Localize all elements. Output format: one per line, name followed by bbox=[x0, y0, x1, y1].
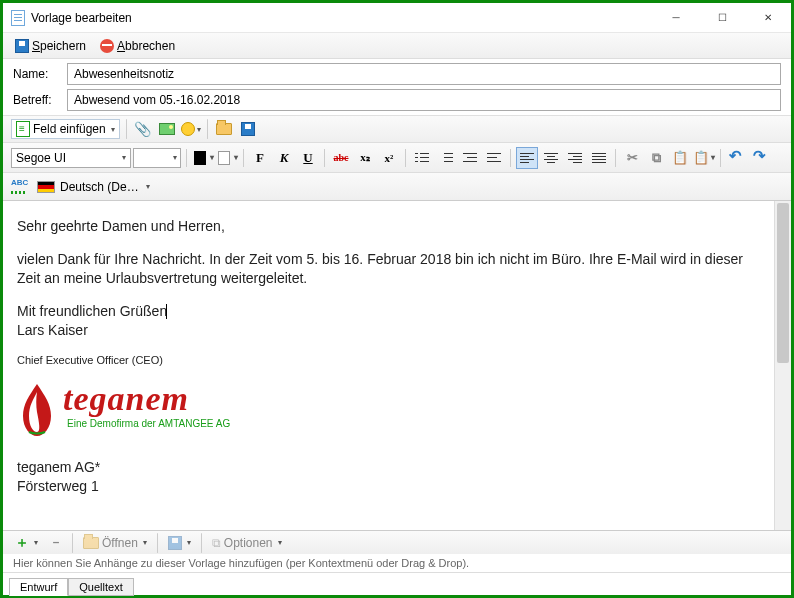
language-select[interactable]: Deutsch (De… ▾ bbox=[33, 178, 154, 196]
open-attachment-button[interactable]: Öffnen▾ bbox=[79, 534, 151, 552]
spellcheck-icon[interactable] bbox=[11, 180, 27, 194]
titlebar: Vorlage bearbeiten ─ ☐ ✕ bbox=[3, 3, 791, 33]
copy-button[interactable]: ⧉ bbox=[645, 147, 667, 169]
align-left-button[interactable] bbox=[516, 147, 538, 169]
cut-button[interactable]: ✂ bbox=[621, 147, 643, 169]
format-toolbar: Segoe UI▾ ▾ ▾ ▾ F K U abc x₂ x² bbox=[3, 143, 791, 173]
logo-mark-icon bbox=[17, 382, 57, 438]
add-attachment-button[interactable]: ＋▾ bbox=[11, 532, 42, 554]
align-right-button[interactable] bbox=[564, 147, 586, 169]
view-tabs: Entwurf Quelltext bbox=[3, 573, 791, 595]
disk-save-icon[interactable] bbox=[238, 119, 258, 139]
closing-line: Mit freundlichen Grüßen bbox=[17, 302, 760, 321]
redo-button[interactable] bbox=[750, 147, 772, 169]
minimize-button[interactable]: ─ bbox=[653, 3, 699, 33]
maximize-button[interactable]: ☐ bbox=[699, 3, 745, 33]
paste-special-button[interactable]: 📋▾ bbox=[693, 147, 715, 169]
font-color-button[interactable]: ▾ bbox=[192, 147, 214, 169]
name-row: Name: bbox=[3, 59, 791, 89]
font-select[interactable]: Segoe UI▾ bbox=[11, 148, 131, 168]
save-button[interactable]: Speichern bbox=[11, 37, 90, 55]
bullets-button[interactable] bbox=[411, 147, 433, 169]
editor-area: Sehr geehrte Damen und Herren, vielen Da… bbox=[3, 201, 791, 530]
font-size-select[interactable]: ▾ bbox=[133, 148, 181, 168]
tab-source[interactable]: Quelltext bbox=[68, 578, 133, 596]
emoji-icon[interactable]: ▾ bbox=[181, 119, 201, 139]
company-name: teganem AG* bbox=[17, 458, 760, 477]
company-logo: teganem Eine Demofirma der AMTANGEE AG bbox=[17, 382, 760, 438]
outdent-button[interactable] bbox=[459, 147, 481, 169]
save-icon bbox=[15, 39, 29, 53]
superscript-button[interactable]: x² bbox=[378, 147, 400, 169]
logo-subtitle: Eine Demofirma der AMTANGEE AG bbox=[67, 418, 230, 429]
document-icon bbox=[11, 10, 25, 26]
insert-field-button[interactable]: Feld einfügen ▾ bbox=[11, 119, 120, 139]
plus-icon: ＋ bbox=[15, 534, 29, 552]
chevron-down-icon: ▾ bbox=[111, 125, 115, 134]
window-frame: Vorlage bearbeiten ─ ☐ ✕ Speichern Abbre… bbox=[0, 0, 794, 598]
subscript-button[interactable]: x₂ bbox=[354, 147, 376, 169]
open-icon[interactable] bbox=[214, 119, 234, 139]
insert-toolbar: Feld einfügen ▾ 📎 ▾ bbox=[3, 115, 791, 143]
subject-row: Betreff: bbox=[3, 89, 791, 115]
flag-de-icon bbox=[37, 181, 55, 193]
scrollbar[interactable] bbox=[774, 201, 791, 530]
window-controls: ─ ☐ ✕ bbox=[653, 3, 791, 33]
image-icon[interactable] bbox=[157, 119, 177, 139]
minus-icon: － bbox=[50, 534, 62, 551]
italic-button[interactable]: K bbox=[273, 147, 295, 169]
paste-button[interactable]: 📋 bbox=[669, 147, 691, 169]
action-toolbar: Speichern Abbrechen bbox=[3, 33, 791, 59]
align-center-button[interactable] bbox=[540, 147, 562, 169]
attachment-icon[interactable]: 📎 bbox=[133, 119, 153, 139]
signature-name: Lars Kaiser bbox=[17, 321, 760, 340]
bold-button[interactable]: F bbox=[249, 147, 271, 169]
greeting-line: Sehr geehrte Damen und Herren, bbox=[17, 217, 760, 236]
name-label: Name: bbox=[13, 67, 61, 81]
company-addr1: Försterweg 1 bbox=[17, 477, 760, 496]
undo-button[interactable] bbox=[726, 147, 748, 169]
close-button[interactable]: ✕ bbox=[745, 3, 791, 33]
remove-attachment-button[interactable]: － bbox=[46, 532, 66, 553]
attachment-hint: Hier können Sie Anhänge zu dieser Vorlag… bbox=[3, 554, 791, 573]
save-attachment-button[interactable]: ▾ bbox=[164, 534, 195, 552]
scrollbar-thumb[interactable] bbox=[777, 203, 789, 363]
indent-button[interactable] bbox=[483, 147, 505, 169]
body-paragraph: vielen Dank für Ihre Nachricht. In der Z… bbox=[17, 250, 760, 288]
strike-button[interactable]: abc bbox=[330, 147, 352, 169]
subject-input[interactable] bbox=[67, 89, 781, 111]
folder-icon bbox=[83, 537, 99, 549]
align-justify-button[interactable] bbox=[588, 147, 610, 169]
text-cursor bbox=[166, 304, 167, 319]
numbering-button[interactable] bbox=[435, 147, 457, 169]
name-input[interactable] bbox=[67, 63, 781, 85]
highlight-button[interactable]: ▾ bbox=[216, 147, 238, 169]
insert-field-icon bbox=[16, 121, 30, 137]
signature-role: Chief Executive Officer (CEO) bbox=[17, 353, 760, 368]
editor-body[interactable]: Sehr geehrte Damen und Herren, vielen Da… bbox=[3, 201, 774, 530]
attachment-options-button[interactable]: ⧉ Optionen▾ bbox=[208, 534, 286, 552]
chevron-down-icon: ▾ bbox=[146, 182, 150, 191]
attachment-toolbar: ＋▾ － Öffnen▾ ▾ ⧉ Optionen▾ bbox=[3, 530, 791, 554]
cancel-button[interactable]: Abbrechen bbox=[96, 37, 179, 55]
underline-button[interactable]: U bbox=[297, 147, 319, 169]
subject-label: Betreff: bbox=[13, 93, 61, 107]
window-title: Vorlage bearbeiten bbox=[31, 11, 132, 25]
cancel-icon bbox=[100, 39, 114, 53]
language-toolbar: Deutsch (De… ▾ bbox=[3, 173, 791, 201]
tab-design[interactable]: Entwurf bbox=[9, 578, 68, 596]
logo-text: teganem bbox=[63, 382, 230, 416]
